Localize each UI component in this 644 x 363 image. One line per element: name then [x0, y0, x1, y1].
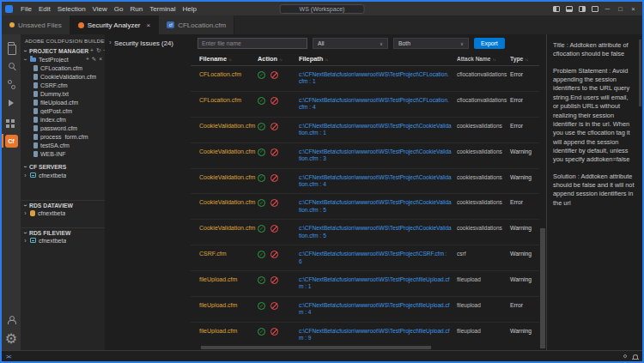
- menu-item[interactable]: Run: [126, 5, 146, 13]
- tree-item-file[interactable]: CookieValidation.cfm: [21, 72, 105, 81]
- issue-filepath-link[interactable]: c:\CFNextBeta\cfusion\wwwroot\WS\TestPro…: [299, 97, 457, 112]
- issue-row[interactable]: CFLocation.cfm ✓ c:\CFNextBeta\cfusion\w…: [191, 92, 539, 118]
- search-icon[interactable]: [2, 57, 21, 74]
- issue-filepath-link[interactable]: c:\CFNextBeta\cfusion\wwwroot\WS\TestPro…: [299, 123, 457, 137]
- issue-filepath-link[interactable]: c:\CFNextBeta\cfusion\wwwroot\WS\TestPro…: [299, 199, 457, 214]
- rds-dataview-header[interactable]: › RDS DATAVIEW: [21, 200, 105, 209]
- issue-row[interactable]: fileUpload.cfm ✓ c:\CFNextBeta\cfusion\w…: [191, 323, 539, 345]
- remote-indicator-icon[interactable]: ><: [6, 354, 11, 360]
- menu-item[interactable]: File: [17, 5, 35, 13]
- column-header-filepath[interactable]: Filepath↑↓: [299, 55, 457, 63]
- sort-icon[interactable]: ↑↓: [492, 57, 495, 62]
- accept-fix-icon[interactable]: ✓: [258, 123, 265, 130]
- tab-cflocation[interactable]: cf CFLocation.cfm: [159, 15, 234, 34]
- tree-item-file[interactable]: fileUpload.cfm: [21, 98, 105, 106]
- ignore-issue-icon[interactable]: [270, 302, 278, 310]
- tree-item-rds-fileview[interactable]: › cfnextbeta: [21, 236, 105, 245]
- accept-fix-icon[interactable]: ✓: [258, 148, 265, 156]
- tree-item-file[interactable]: index.cfm: [21, 115, 105, 124]
- tree-item-file[interactable]: testSA.cfm: [21, 141, 105, 149]
- refresh-icon[interactable]: ↻: [96, 47, 100, 54]
- scrollbar-thumb[interactable]: [201, 346, 431, 349]
- details-scrollbar-thumb[interactable]: [639, 39, 641, 106]
- issue-row[interactable]: CFLocation.cfm ✓ c:\CFNextBeta\cfusion\w…: [191, 66, 539, 92]
- new-file-icon[interactable]: +: [86, 56, 89, 63]
- source-control-icon[interactable]: [2, 76, 21, 93]
- accept-fix-icon[interactable]: ✓: [258, 302, 265, 310]
- column-header-attack-name[interactable]: Attack Name↑↓: [457, 56, 510, 62]
- tree-item-file[interactable]: WEB-INF: [21, 149, 105, 158]
- export-button[interactable]: Export: [474, 38, 505, 49]
- customize-layout-icon[interactable]: [589, 2, 600, 15]
- ignore-issue-icon[interactable]: [270, 276, 278, 284]
- sort-icon[interactable]: ↑↓: [279, 57, 283, 62]
- attack-type-select[interactable]: All ∨: [313, 38, 388, 49]
- column-header-action[interactable]: Action↑↓: [258, 55, 299, 63]
- accept-fix-icon[interactable]: ✓: [258, 225, 265, 233]
- rds-fileview-header[interactable]: › RDS FILEVIEW: [21, 227, 105, 236]
- issue-filepath-link[interactable]: c:\CFNextBeta\cfusion\wwwroot\WS\TestPro…: [299, 148, 457, 163]
- notifications-bell-icon[interactable]: [633, 354, 638, 359]
- column-header-type[interactable]: Type↑↓: [510, 56, 538, 62]
- maximize-button[interactable]: □: [615, 2, 626, 15]
- accept-fix-icon[interactable]: ✓: [258, 328, 265, 336]
- issue-row[interactable]: fileUpload.cfm ✓ c:\CFNextBeta\cfusion\w…: [191, 271, 539, 297]
- tree-item-project[interactable]: › TestProject + ✎ ×: [21, 55, 105, 64]
- close-tab-icon[interactable]: ×: [147, 21, 151, 29]
- accept-fix-icon[interactable]: ✓: [258, 174, 265, 182]
- ignore-issue-icon[interactable]: [270, 328, 278, 336]
- ignore-issue-icon[interactable]: [270, 225, 278, 233]
- toggle-secondary-sidebar-icon[interactable]: [576, 2, 587, 15]
- account-icon[interactable]: [2, 311, 21, 328]
- edit-icon[interactable]: ✎: [92, 56, 96, 63]
- explorer-icon[interactable]: [2, 38, 21, 55]
- scrollbar-thumb[interactable]: [540, 228, 545, 348]
- sort-icon[interactable]: ↑↓: [228, 57, 232, 62]
- ignore-issue-icon[interactable]: [270, 199, 278, 207]
- file-name-filter-input[interactable]: [197, 38, 307, 49]
- project-manager-header[interactable]: › PROJECT MANAGER + ↻ −: [21, 46, 105, 55]
- accept-fix-icon[interactable]: ✓: [258, 97, 265, 105]
- accept-fix-icon[interactable]: ✓: [258, 276, 265, 284]
- coldfusion-builder-icon[interactable]: Cf: [2, 132, 21, 149]
- extensions-icon[interactable]: [2, 113, 21, 130]
- issue-filepath-link[interactable]: c:\CFNextBeta\cfusion\wwwroot\WS\TestPro…: [299, 302, 457, 317]
- ignore-issue-icon[interactable]: [270, 123, 278, 130]
- issue-filepath-link[interactable]: c:\CFNextBeta\cfusion\wwwroot\WS\TestPro…: [299, 71, 457, 86]
- menu-item[interactable]: Selection: [54, 5, 89, 13]
- issue-row[interactable]: CookieValidation.cfm ✓ c:\CFNextBeta\cfu…: [191, 118, 539, 143]
- sort-icon[interactable]: ↑↓: [325, 57, 328, 62]
- horizontal-scrollbar[interactable]: [191, 345, 539, 350]
- issue-row[interactable]: CookieValidation.cfm ✓ c:\CFNextBeta\cfu…: [191, 220, 539, 245]
- tree-item-file[interactable]: password.cfm: [21, 124, 105, 132]
- issue-filepath-link[interactable]: c:\CFNextBeta\cfusion\wwwroot\WS\TestPro…: [299, 276, 457, 291]
- tree-item-cf-server[interactable]: › cfnextbeta: [21, 171, 105, 179]
- close-window-button[interactable]: ×: [628, 2, 639, 15]
- tree-item-file[interactable]: Dummy.txt: [21, 89, 105, 98]
- issue-filepath-link[interactable]: c:\CFNextBeta\cfusion\wwwroot\WS\TestPro…: [299, 174, 457, 189]
- toggle-sidebar-icon[interactable]: [550, 2, 562, 15]
- tab-security-analyzer[interactable]: Security Analyzer ×: [70, 15, 159, 34]
- tab-unsaved-files[interactable]: Unsaved Files: [2, 15, 70, 34]
- sort-icon[interactable]: ↑↓: [525, 57, 528, 62]
- status-item-icon[interactable]: [623, 354, 627, 358]
- tree-item-file[interactable]: process_form.cfm: [21, 132, 105, 141]
- issue-filepath-link[interactable]: c:\CFNextBeta\cfusion\wwwroot\WS\TestPro…: [299, 328, 457, 342]
- issue-filepath-link[interactable]: c:\CFNextBeta\cfusion\wwwroot\WS\TestPro…: [299, 225, 457, 239]
- tree-item-file[interactable]: getPost.cfm: [21, 106, 105, 115]
- vertical-scrollbar[interactable]: [539, 34, 546, 350]
- ignore-issue-icon[interactable]: [270, 97, 278, 105]
- accept-fix-icon[interactable]: ✓: [258, 199, 265, 207]
- ignore-issue-icon[interactable]: [270, 251, 278, 258]
- tree-item-file[interactable]: CSRF.cfm: [21, 81, 105, 89]
- menu-item[interactable]: Terminal: [146, 5, 179, 13]
- issue-row[interactable]: CookieValidation.cfm ✓ c:\CFNextBeta\cfu…: [191, 169, 539, 195]
- tree-item-rds-dataview[interactable]: › cfnextbeta: [21, 209, 105, 217]
- add-project-icon[interactable]: +: [90, 47, 94, 54]
- security-issues-header[interactable]: › Security Issues (24): [105, 34, 191, 350]
- menu-item[interactable]: Go: [111, 5, 127, 13]
- issue-row[interactable]: CSRF.cfm ✓ c:\CFNextBeta\cfusion\wwwroot…: [191, 245, 539, 271]
- ignore-issue-icon[interactable]: [270, 148, 278, 156]
- ignore-issue-icon[interactable]: [270, 71, 278, 79]
- tree-item-file[interactable]: CFLocation.cfm: [21, 64, 105, 72]
